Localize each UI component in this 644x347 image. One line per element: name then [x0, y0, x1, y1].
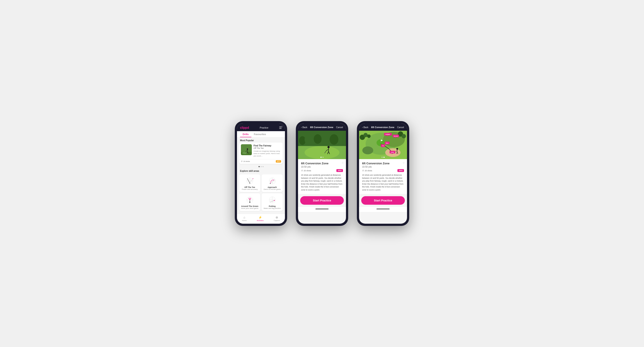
back-label-2: Back — [302, 126, 307, 129]
drill-footer: ⏱ 10 shots OTT — [239, 159, 283, 164]
drill-detail-desc-3: 20 shots are randomly generated at dista… — [362, 174, 404, 191]
ott-badge: OTT — [276, 160, 281, 163]
favourite-icon-2[interactable]: ☆ — [342, 161, 344, 164]
skill-desc-ott: Power and accuracy — [241, 188, 258, 190]
nav-activities[interactable]: ⚡ Activities — [257, 216, 264, 221]
back-button-3[interactable]: ‹ Back — [362, 126, 368, 129]
most-popular-title: Most Popular — [237, 138, 285, 143]
home-label: Home — [242, 220, 246, 221]
svg-point-43 — [270, 202, 270, 202]
phone3-title: 6ft Conversion Zone — [371, 126, 394, 129]
dot-3 — [262, 166, 264, 167]
drill-detail-3: ☆ 6ft Conversion Zone 10-50 yds ⏱ 20 sho… — [359, 159, 407, 194]
skill-card-approach[interactable]: Approach Dial-in to hit the green — [262, 174, 283, 192]
skill-card-putting[interactable]: Putting Make and lag practice — [262, 193, 283, 211]
svg-point-3 — [247, 148, 248, 150]
home-icon: ⌂ — [244, 216, 245, 219]
shots-count: 10 shots — [243, 160, 250, 162]
drill-detail-title-2: 6ft Conversion Zone — [301, 162, 343, 165]
featured-drill-card[interactable]: Find The Fairway Off The Tee Create an i… — [239, 143, 283, 164]
nav-capture[interactable]: ⊕ Capture — [274, 216, 280, 221]
activities-label: Activities — [257, 220, 264, 221]
svg-point-48 — [314, 134, 322, 144]
shots-count-3: ⏱ 20 shots — [362, 170, 372, 172]
svg-point-49 — [323, 136, 330, 144]
phone1-content: Most Popular — [237, 138, 285, 214]
skill-icon-putting — [267, 196, 278, 204]
svg-point-88 — [396, 148, 398, 150]
ott-svg — [244, 177, 255, 185]
activities-icon: ⚡ — [258, 216, 262, 219]
course-map-svg: FAIRWAY ROUGH Miss Hit — [359, 131, 407, 159]
svg-point-54 — [328, 146, 330, 148]
bottom-bar-2 — [298, 207, 346, 212]
phone1-header: clippd Practice ☰ — [237, 123, 285, 131]
svg-point-50 — [330, 134, 338, 145]
explore-title: Explore skill areas — [237, 168, 285, 173]
svg-text:ROUGH: ROUGH — [394, 136, 398, 137]
course-map: FAIRWAY ROUGH Miss Hit — [359, 131, 407, 159]
atg-svg — [244, 196, 255, 204]
drill-detail-desc-2: 20 shots are randomly generated at dista… — [301, 174, 343, 191]
dot-1 — [258, 166, 260, 167]
drill-detail-range-3: 10-50 yds — [362, 166, 404, 168]
cancel-button-3[interactable]: Cancel — [397, 126, 404, 129]
cancel-button-2[interactable]: Cancel — [336, 126, 343, 129]
svg-point-39 — [274, 200, 275, 201]
carousel-dots — [237, 165, 285, 168]
skill-name-ott: Off The Tee — [241, 186, 258, 188]
skill-card-ott[interactable]: Off The Tee Power and accuracy — [239, 174, 260, 192]
tabs-bar: Drills Favourites — [237, 131, 285, 138]
tab-favourites[interactable]: Favourites — [251, 131, 269, 137]
drill-info: Find The Fairway Off The Tee Create an i… — [254, 144, 281, 157]
shots-info: ⏱ 10 shots — [241, 160, 250, 162]
back-chevron-icon: ‹ — [301, 126, 302, 129]
svg-text:Hit: Hit — [382, 145, 384, 146]
golf-photo-svg — [298, 131, 346, 159]
image-carousel-dots-3 — [382, 157, 384, 158]
back-button-2[interactable]: ‹ Back — [301, 126, 308, 129]
shots-row-2: ⏱ 20 shots ARG — [301, 169, 343, 172]
phone-3: ‹ Back 6ft Conversion Zone Cancel — [357, 121, 409, 226]
skill-desc-putting: Make and lag practice — [263, 207, 281, 209]
home-indicator-3 — [376, 209, 390, 209]
skill-icon-atg — [244, 196, 255, 204]
svg-point-69 — [402, 134, 406, 138]
skill-name-atg: Around The Green — [241, 205, 258, 207]
capture-label: Capture — [274, 220, 280, 221]
clock-icon: ⏱ — [241, 160, 243, 162]
drill-title: Find The Fairway — [254, 144, 281, 147]
golf-course-photo — [298, 131, 346, 159]
phone2-title: 6ft Conversion Zone — [310, 126, 333, 129]
skill-card-atg[interactable]: Around The Green Hone your short game — [239, 193, 260, 211]
drill-detail-title-3: 6ft Conversion Zone — [362, 162, 404, 165]
approach-svg — [267, 177, 278, 185]
capture-icon: ⊕ — [276, 216, 278, 219]
nav-home[interactable]: ⌂ Home — [242, 216, 246, 221]
svg-point-41 — [272, 201, 272, 201]
skill-name-approach: Approach — [263, 186, 281, 188]
svg-point-40 — [273, 200, 274, 201]
favourite-icon-3[interactable]: ☆ — [402, 161, 405, 164]
clock-icon-3: ⏱ — [362, 170, 364, 172]
phone-2: ‹ Back 6ft Conversion Zone Cancel — [296, 121, 348, 226]
bottom-nav: ⌂ Home ⚡ Activities ⊕ Capture — [237, 214, 285, 224]
start-practice-button-2[interactable]: Start Practice — [300, 196, 344, 205]
dot-2 — [260, 166, 262, 167]
svg-point-66 — [364, 133, 368, 137]
arg-badge-2: ARG — [336, 169, 343, 172]
skill-desc-approach: Dial-in to hit the green — [263, 188, 281, 190]
svg-point-47 — [304, 134, 313, 145]
skill-icon-approach — [267, 177, 278, 185]
arg-badge-3: ARG — [398, 169, 404, 172]
shots-number-3: 20 shots — [365, 170, 372, 172]
tab-drills[interactable]: Drills — [240, 131, 251, 137]
start-practice-button-3[interactable]: Start Practice — [361, 196, 405, 205]
phones-container: clippd Practice ☰ Drills Favourites Most… — [235, 121, 409, 226]
drill-map: FAIRWAY ROUGH Miss Hit — [359, 131, 407, 159]
image-carousel-dots-2 — [320, 157, 324, 158]
skill-icon-ott — [244, 177, 255, 185]
svg-point-42 — [271, 201, 272, 202]
skills-grid: Off The Tee Power and accuracy — [237, 173, 285, 212]
svg-point-64 — [362, 146, 373, 154]
